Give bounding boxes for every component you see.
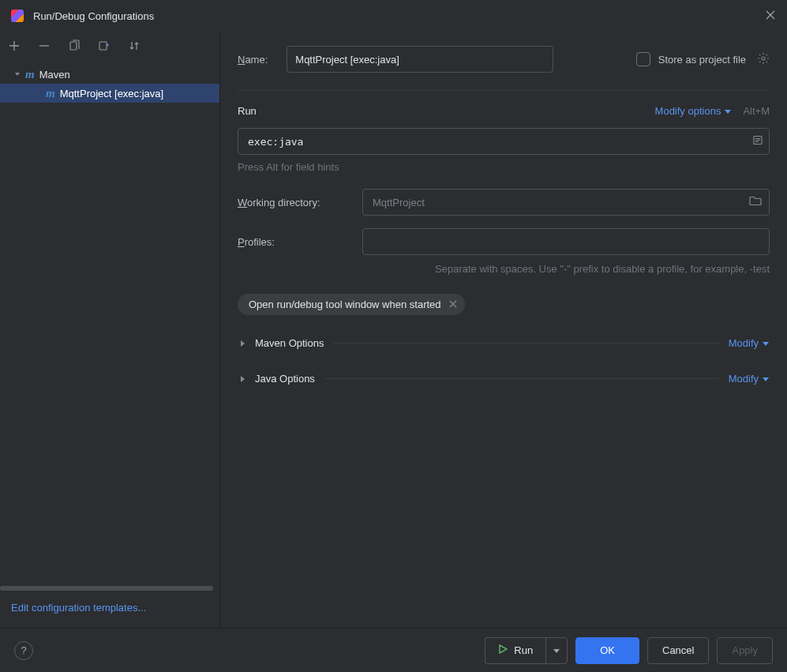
maven-options-title: Maven Options bbox=[255, 337, 324, 349]
main-panel: Name: Store as project file Run Modify o… bbox=[220, 32, 787, 628]
tree-group-maven[interactable]: m Maven bbox=[0, 65, 219, 84]
apply-button[interactable]: Apply bbox=[717, 637, 773, 664]
store-label: Store as project file bbox=[658, 54, 746, 66]
maven-icon: m bbox=[46, 87, 55, 100]
java-options-title: Java Options bbox=[255, 373, 315, 385]
edit-templates-link[interactable]: Edit configuration templates... bbox=[11, 602, 146, 614]
expand-field-icon[interactable] bbox=[752, 135, 763, 148]
java-options-section[interactable]: Java Options Modify bbox=[238, 373, 770, 385]
sidebar-scrollbar[interactable] bbox=[0, 584, 219, 592]
profiles-input[interactable] bbox=[362, 228, 770, 255]
tree-item-mqttproject[interactable]: m MqttProject [exec:java] bbox=[0, 84, 219, 103]
maven-icon: m bbox=[25, 68, 35, 81]
store-as-project-file-checkbox[interactable] bbox=[636, 52, 650, 66]
chip-close-icon[interactable] bbox=[449, 299, 457, 310]
svg-rect-1 bbox=[99, 42, 107, 50]
bottombar: ? Run OK Cancel Apply bbox=[0, 628, 787, 672]
working-dir-label: Working directory: bbox=[238, 197, 351, 208]
folder-icon[interactable] bbox=[749, 196, 762, 209]
window-title: Run/Debug Configurations bbox=[33, 10, 765, 22]
close-icon[interactable] bbox=[765, 9, 776, 23]
run-dropdown-button[interactable] bbox=[545, 637, 568, 664]
chevron-down-icon bbox=[553, 647, 560, 655]
profiles-hint: Separate with spaces. Use "-" prefix to … bbox=[362, 263, 770, 275]
gear-icon[interactable] bbox=[757, 52, 770, 67]
maven-modify-link[interactable]: Modify bbox=[729, 337, 770, 349]
sidebar: m Maven m MqttProject [exec:java] Edit c… bbox=[0, 32, 220, 628]
chevron-right-icon bbox=[238, 339, 247, 348]
modify-options-link[interactable]: Modify options bbox=[655, 105, 733, 117]
ok-button[interactable]: OK bbox=[575, 637, 639, 664]
configuration-tree[interactable]: m Maven m MqttProject [exec:java] bbox=[0, 60, 219, 584]
sidebar-toolbar bbox=[0, 32, 219, 60]
modify-shortcut: Alt+M bbox=[743, 105, 770, 117]
help-button[interactable]: ? bbox=[14, 641, 33, 660]
svg-point-2 bbox=[762, 57, 765, 60]
cancel-button[interactable]: Cancel bbox=[647, 637, 709, 664]
run-hint: Press Alt for field hints bbox=[238, 161, 770, 173]
tree-group-label: Maven bbox=[39, 69, 70, 81]
add-configuration-icon[interactable] bbox=[6, 38, 22, 54]
sort-icon[interactable] bbox=[126, 38, 142, 54]
maven-options-section[interactable]: Maven Options Modify bbox=[238, 337, 770, 349]
svg-rect-0 bbox=[70, 42, 77, 50]
divider bbox=[324, 378, 719, 379]
name-label: Name: bbox=[238, 54, 268, 66]
chip-label: Open run/debug tool window when started bbox=[249, 298, 441, 310]
run-button[interactable]: Run bbox=[485, 637, 545, 664]
copy-configuration-icon[interactable] bbox=[66, 38, 82, 54]
tree-item-label: MqttProject [exec:java] bbox=[60, 88, 164, 99]
remove-configuration-icon[interactable] bbox=[36, 38, 52, 54]
divider bbox=[333, 343, 718, 344]
play-icon bbox=[498, 644, 508, 656]
run-command-input[interactable] bbox=[238, 128, 770, 155]
profiles-label: Profiles: bbox=[238, 236, 351, 248]
titlebar: Run/Debug Configurations bbox=[0, 0, 787, 32]
option-chip: Open run/debug tool window when started bbox=[238, 294, 465, 315]
save-configuration-icon[interactable] bbox=[96, 38, 112, 54]
app-icon bbox=[11, 9, 24, 22]
divider bbox=[238, 90, 770, 91]
java-modify-link[interactable]: Modify bbox=[729, 373, 770, 385]
working-dir-input[interactable] bbox=[362, 189, 770, 216]
name-input[interactable] bbox=[287, 46, 553, 73]
chevron-right-icon bbox=[238, 374, 247, 384]
run-section-title: Run bbox=[238, 105, 257, 117]
